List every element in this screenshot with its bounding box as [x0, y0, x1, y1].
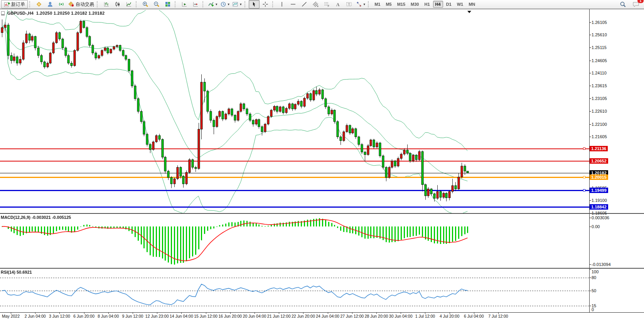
timeframe-d1[interactable]: D1 — [444, 1, 454, 8]
price-level-badge: 1.21136 — [590, 146, 608, 151]
price-chart-canvas[interactable] — [0, 10, 589, 213]
community-icon — [47, 1, 53, 7]
indicators-button[interactable]: ▾ — [207, 0, 219, 8]
time-axis-label: 6 Jun 20:00 — [73, 314, 94, 318]
chevron-down-icon: ▾ — [216, 2, 217, 6]
chart-mini-icon — [1, 11, 5, 15]
time-axis-label: 20 Jun 04:00 — [243, 314, 266, 318]
pane-separator-macd[interactable] — [0, 213, 644, 214]
search-icon — [620, 1, 626, 8]
timeframe-mn[interactable]: MN — [466, 1, 477, 8]
signals-button[interactable] — [56, 0, 67, 8]
toolbar-grip — [202, 1, 205, 7]
text-icon: A — [335, 1, 341, 7]
toolbar-grip — [272, 1, 275, 7]
rsi-label: RSI(14) 50.6921 — [1, 270, 32, 274]
timeframe-m5[interactable]: M5 — [383, 1, 394, 8]
metaquotes-button[interactable] — [34, 0, 44, 8]
rsi-axis-label: 50 — [592, 288, 596, 293]
time-axis-label: 2 Jun 04:00 — [25, 314, 46, 318]
zoom-out-button[interactable] — [151, 0, 162, 8]
right-tools: 1 — [617, 0, 643, 8]
vertical-line-button[interactable] — [276, 0, 287, 8]
timeframe-m15[interactable]: M15 — [395, 1, 408, 8]
timeframe-m1[interactable]: M1 — [372, 1, 383, 8]
price-tick-label: 1.21605 — [592, 134, 607, 139]
macd-axis-label: 0.00 — [592, 224, 600, 229]
time-axis-label: 1 Jul 12:00 — [415, 314, 435, 318]
macd-axis-label: 0.003036 — [592, 215, 609, 220]
tile-windows-button[interactable] — [162, 0, 173, 8]
trendline-button[interactable] — [299, 0, 310, 8]
time-axis-label: 12 Jun 23:00 — [145, 314, 169, 318]
chart-shift-button[interactable] — [190, 0, 201, 8]
price-tick-label: 1.24110 — [592, 71, 607, 75]
new-order-icon — [4, 1, 10, 7]
chevron-down-icon: ▾ — [228, 2, 230, 6]
time-axis-label: 30 Jun 04:00 — [389, 314, 413, 318]
chevron-down-icon: ▾ — [364, 2, 366, 6]
fibonacci-button[interactable]: F — [321, 0, 332, 8]
trendline-icon — [301, 1, 307, 7]
zoom-in-icon — [142, 1, 148, 7]
zoom-in-button[interactable] — [140, 0, 151, 8]
new-order-button[interactable]: 新订单 — [1, 0, 28, 8]
time-axis-label: 16 Jun 20:00 — [218, 314, 242, 318]
svg-text:A: A — [336, 2, 339, 7]
timeframe-h1[interactable]: H1 — [422, 1, 432, 8]
community-button[interactable] — [45, 0, 56, 8]
time-axis-label: 14 Jun 04:00 — [170, 314, 193, 318]
svg-text:F: F — [328, 5, 329, 7]
notifications-button[interactable]: 1 — [631, 0, 641, 8]
price-level-badge: 1.20652 — [590, 158, 608, 164]
timeframe-w1[interactable]: W1 — [455, 1, 466, 8]
templates-button[interactable]: ▾ — [231, 0, 243, 8]
arrows-button[interactable]: ▾ — [355, 0, 367, 8]
periods-button[interactable]: ▾ — [219, 0, 231, 8]
timeframe-m30[interactable]: M30 — [408, 1, 421, 8]
autotrading-button[interactable]: 自动交易 — [67, 0, 95, 8]
line-chart-button[interactable] — [123, 0, 134, 8]
price-tick-label: 1.19100 — [592, 198, 607, 203]
horizontal-line-icon — [290, 1, 296, 7]
bar-chart-button[interactable] — [101, 0, 112, 8]
rsi-axis-label: 80 — [592, 275, 596, 280]
time-axis-label: 28 Jun 20:00 — [365, 314, 388, 318]
chart-shift-marker[interactable] — [467, 11, 471, 13]
rsi-axis-label: 100 — [592, 269, 598, 274]
equidistant-channel-button[interactable]: E — [310, 0, 321, 8]
text-label-button[interactable]: T — [344, 0, 354, 8]
text-button[interactable]: A — [332, 0, 343, 8]
auto-scroll-button[interactable] — [179, 0, 190, 8]
price-level-badge: 1.18842 — [590, 204, 608, 210]
toolbar: 新订单 自动交易 — [0, 0, 644, 9]
candlestick-chart-button[interactable] — [112, 0, 123, 8]
rsi-pane-canvas[interactable] — [0, 269, 589, 312]
pane-separator-rsi[interactable] — [0, 268, 644, 269]
candlestick-chart-icon — [115, 1, 121, 7]
symbol-title: GBPUSD-,H4 — [7, 11, 34, 15]
macd-label: MACD(12,26,9) -0.003021 -0.005125 — [1, 215, 71, 220]
bar-chart-icon — [103, 1, 110, 7]
chevron-down-icon: ▾ — [240, 2, 242, 6]
zoom-out-icon — [153, 1, 160, 7]
cursor-icon — [251, 1, 257, 7]
price-level-badge: 1.20015 — [590, 174, 608, 180]
search-button[interactable] — [617, 0, 628, 8]
arrows-icon — [356, 1, 362, 7]
rsi-axis-label: 0 — [592, 307, 594, 312]
macd-pane-canvas[interactable] — [0, 214, 589, 268]
time-axis-label: 24 Jun 04:00 — [316, 314, 339, 318]
timeframe-h4[interactable]: H4 — [433, 1, 443, 8]
horizontal-line-button[interactable] — [288, 0, 298, 8]
cursor-button[interactable] — [249, 0, 260, 8]
price-tick-label: 1.24605 — [592, 58, 607, 63]
autotrading-label: 自动交易 — [76, 1, 94, 8]
svg-text:T: T — [348, 2, 350, 6]
toolbar-grip — [368, 1, 371, 7]
price-tick-label: 1.22100 — [592, 122, 607, 127]
time-axis-label: 22 Jun 20:00 — [292, 314, 315, 318]
price-level-badge: 1.19499 — [590, 188, 608, 193]
time-axis-label: 6 Jul 04:00 — [464, 314, 484, 318]
crosshair-button[interactable] — [260, 0, 271, 8]
